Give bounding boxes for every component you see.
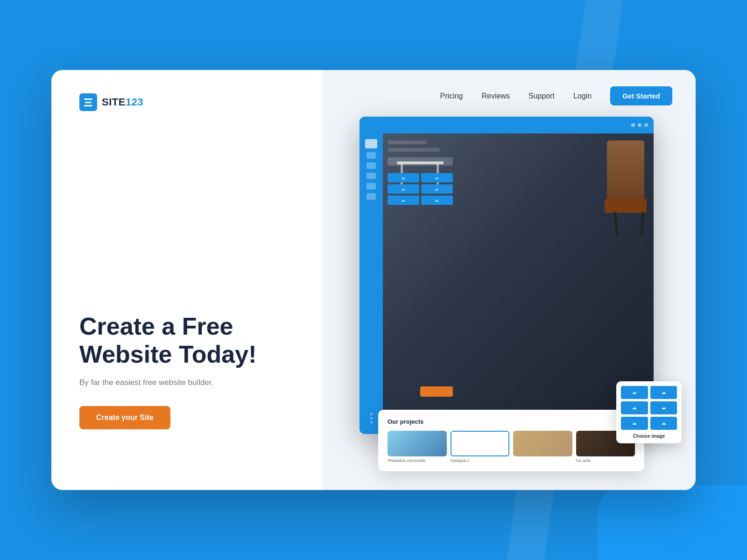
mockup-area: Our projects View all Phasellus commodo … [359,117,682,481]
nav-link-support[interactable]: Support [529,92,555,100]
logo-icon [79,93,97,111]
mockup-dot-3 [644,123,648,127]
logo-number: 123 [126,96,143,108]
mockup-orange-btn [420,386,453,397]
ui-thumb-4 [421,184,453,194]
mockup-chair-seat [605,199,647,213]
main-card: SITE123 Create a Free Website Today! By … [51,70,696,490]
hero-title-line2: Website Today! [79,341,256,368]
hero-title: Create a Free Website Today! [79,313,294,369]
projects-card: Our projects View all Phasellus commodo … [378,410,644,471]
choose-image-popup: ⛰ ⛰ ⛰ ⛰ ⛰ ⛰ Choose image [616,381,682,443]
ui-bar-2 [388,148,440,152]
project-img-3 [513,431,572,456]
ui-bar-1 [388,140,427,144]
project-item-3 [513,431,572,463]
project-img-2 [451,431,510,456]
create-site-button[interactable]: Create your Site [79,406,170,429]
choose-thumb-2[interactable]: ⛰ [650,386,677,399]
mockup-chair-leg-2 [614,212,618,235]
mockup-hero-bg [383,133,654,434]
mockup-chair-back [607,140,644,201]
hero-subtitle: By far the easiest free website builder. [79,378,294,387]
sidebar-icon-3 [366,162,376,169]
projects-grid: Phasellus commodo Nataque c tus ante [388,431,635,463]
ui-thumb-6 [421,196,453,205]
project-item-1: Phasellus commodo [388,431,447,463]
mockup-dots [631,123,648,127]
choose-image-label: Choose image [621,434,677,439]
sidebar-dot-1 [370,413,373,415]
right-panel: Pricing Reviews Support Login Get Starte… [322,70,696,490]
ui-thumb-1 [388,173,419,182]
mockup-sidebar [359,133,383,434]
choose-thumb-5[interactable]: ⛰ [621,417,648,430]
project-item-2: Nataque c [451,431,510,463]
choose-thumb-4[interactable]: ⛰ [650,401,677,414]
mockup-dot-1 [631,123,635,127]
logo-site: SITE [102,96,126,108]
project-label-1: Phasellus commodo [388,458,447,463]
ui-thumb-5 [388,196,419,205]
choose-thumb-6[interactable]: ⛰ [650,417,677,430]
hero-title-line1: Create a Free [79,313,233,340]
mockup-topbar [359,117,654,133]
logo-text: SITE123 [102,96,143,108]
get-started-button[interactable]: Get Started [610,86,672,105]
hero-content: Create a Free Website Today! By far the … [79,313,294,429]
sidebar-icon-1 [365,139,377,148]
sidebar-icon-5 [366,183,376,189]
project-img-1 [388,431,447,456]
choose-thumb-1[interactable]: ⛰ [621,386,648,399]
nav-link-reviews[interactable]: Reviews [481,92,509,100]
project-label-4: tus ante [576,458,635,463]
projects-title: Our projects [388,418,423,425]
logo-area: SITE123 [79,93,294,111]
sidebar-dot-3 [370,421,373,424]
website-mockup [359,117,654,434]
nav-link-pricing[interactable]: Pricing [440,92,463,100]
logo-line-2 [85,102,92,103]
choose-thumb-3[interactable]: ⛰ [621,401,648,414]
left-panel: SITE123 Create a Free Website Today! By … [51,70,322,490]
sidebar-icon-6 [366,193,376,200]
nav-bar: Pricing Reviews Support Login Get Starte… [322,70,696,115]
projects-header: Our projects View all [388,418,635,425]
ui-search-bar [388,157,453,166]
sidebar-dots [370,413,373,428]
ui-thumb-3 [388,184,419,194]
mockup-content [383,133,654,434]
ui-thumb-2 [421,173,453,182]
logo-line-1 [84,98,92,100]
nav-link-login[interactable]: Login [573,92,592,100]
mockup-dot-2 [638,123,641,127]
bg-accent [598,485,747,560]
sidebar-dot-2 [370,417,373,420]
mockup-body [359,133,654,434]
choose-image-grid: ⛰ ⛰ ⛰ ⛰ ⛰ ⛰ [621,386,677,430]
logo-line-3 [84,105,92,106]
mockup-chair-leg-1 [640,212,644,235]
project-label-2: Nataque c [451,458,510,463]
sidebar-icon-2 [366,152,376,159]
sidebar-icon-4 [366,173,376,179]
ui-thumb-grid [388,173,453,205]
